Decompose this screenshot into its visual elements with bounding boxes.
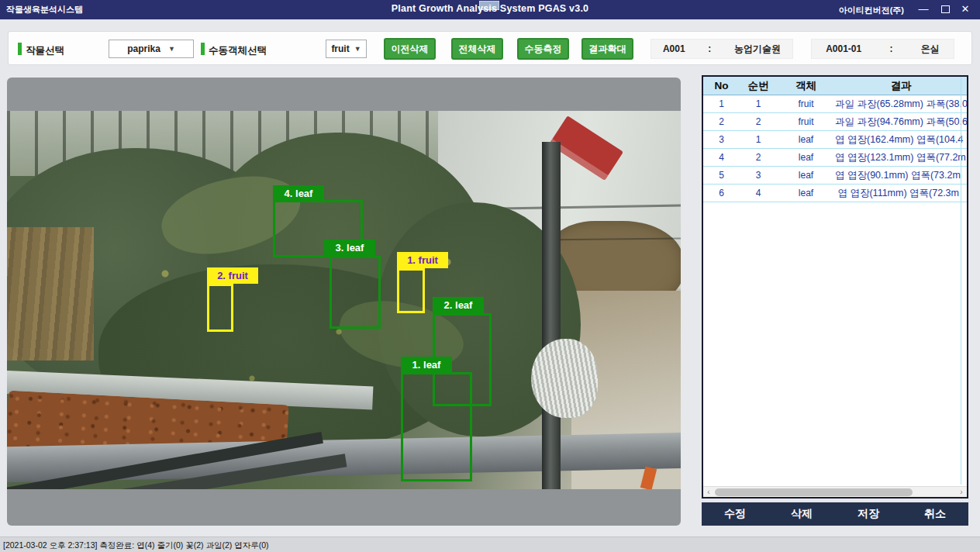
manual-object-dropdown[interactable]: fruit ▼ <box>326 40 367 58</box>
cell-no: 6 <box>703 185 740 202</box>
cell-result: 엽 엽장(162.4mm) 엽폭(104.4 <box>835 131 967 148</box>
crop-select-label: 작물선택 <box>26 44 64 57</box>
edit-button[interactable]: 수정 <box>702 502 768 526</box>
cell-seq: 1 <box>740 95 777 112</box>
leaf-annotation-label: 1. leaf <box>401 357 452 373</box>
annotation-layer: 4. leaf3. leaf1. fruit2. fruit2. leaf1. … <box>7 78 681 526</box>
maximize-glyph <box>941 5 950 13</box>
fruit-bounding-box[interactable] <box>397 268 425 313</box>
cell-object: leaf <box>777 185 835 202</box>
site-info-box: A001 : 농업기술원 <box>650 39 793 59</box>
leaf-bounding-box[interactable] <box>330 256 381 329</box>
fruit-annotation-label: 1. fruit <box>397 252 448 268</box>
column-divider <box>961 77 961 485</box>
scrollbar-thumb[interactable] <box>715 488 913 496</box>
delete-previous-button[interactable]: 이전삭제 <box>384 38 436 60</box>
table-row[interactable]: 42leaf엽 엽장(123.1mm) 엽폭(77.2m <box>703 149 967 167</box>
enlarge-result-button[interactable]: 결과확대 <box>581 38 633 60</box>
crop-select-dropdown[interactable]: paprika ▼ <box>109 40 194 58</box>
toolbar: 작물선택 paprika ▼ 수동객체선택 fruit ▼ 이전삭제전체삭제수동… <box>8 31 972 65</box>
action-bar: 수정삭제저장취소 <box>702 502 968 526</box>
table-row[interactable]: 11fruit과일 과장(65.28mm) 과폭(38.08 <box>703 95 967 113</box>
status-text: [2021-03-02 오후 2:37:13] 측정완료: 엽(4) 줄기(0)… <box>3 540 269 551</box>
accent-bar-icon <box>201 43 205 55</box>
cell-seq: 2 <box>740 113 777 130</box>
manual-object-value: fruit <box>331 43 349 54</box>
app-title: Plant Growth Analysis System PGAS v3.0 <box>0 3 980 14</box>
cell-result: 엽 엽장(111mm) 엽폭(72.3m <box>835 185 967 202</box>
table-body: 11fruit과일 과장(65.28mm) 과폭(38.0822fruit과일 … <box>703 95 967 202</box>
table-row[interactable]: 31leaf엽 엽장(162.4mm) 엽폭(104.4 <box>703 131 967 149</box>
cell-object: leaf <box>777 131 835 148</box>
cell-result: 엽 엽장(123.1mm) 엽폭(77.2m <box>835 149 967 166</box>
maximize-icon[interactable] <box>937 2 954 16</box>
table-header: No순번객체결과 <box>703 77 967 95</box>
cell-result: 과일 과장(94.76mm) 과폭(50.6 <box>835 113 967 130</box>
column-header: 객체 <box>777 77 835 95</box>
leaf-annotation-label: 3. leaf <box>324 240 375 256</box>
column-header: No <box>703 77 740 95</box>
column-header: 순번 <box>740 77 777 95</box>
cancel-button[interactable]: 취소 <box>902 502 968 526</box>
statusbar: [2021-03-02 오후 2:37:13] 측정완료: 엽(4) 줄기(0)… <box>0 536 980 552</box>
scroll-left-icon[interactable]: ‹ <box>703 487 714 497</box>
cell-object: leaf <box>777 167 835 184</box>
leaf-annotation-label: 2. leaf <box>433 297 484 313</box>
leaf-annotation-label: 4. leaf <box>273 185 324 202</box>
zone-info-box: A001-01 : 온실 <box>811 39 954 59</box>
zone-name: 온실 <box>921 43 940 56</box>
cell-no: 4 <box>703 149 740 166</box>
titlebar: 작물생육분석시스템 Plant Growth Analysis System P… <box>0 0 980 19</box>
cell-seq: 3 <box>740 167 777 184</box>
site-code: A001 <box>663 43 685 54</box>
chevron-down-icon: ▼ <box>354 45 361 53</box>
column-header: 결과 <box>835 77 967 95</box>
cell-object: fruit <box>777 113 835 130</box>
cell-no: 3 <box>703 131 740 148</box>
fruit-annotation-label: 2. fruit <box>207 267 258 284</box>
accent-bar-icon <box>18 43 22 55</box>
cell-object: fruit <box>777 95 835 112</box>
table-row[interactable]: 64leaf엽 엽장(111mm) 엽폭(72.3m <box>703 185 967 202</box>
leaf-bounding-box[interactable] <box>401 372 472 481</box>
site-colon: : <box>708 43 711 54</box>
company-name: 아이티컨버전(주) <box>839 5 904 16</box>
cell-no: 2 <box>703 113 740 130</box>
site-name: 농업기술원 <box>734 43 781 56</box>
cell-no: 1 <box>703 95 740 112</box>
cell-seq: 4 <box>740 185 777 202</box>
zone-code: A001-01 <box>826 43 861 54</box>
zone-colon: : <box>890 43 893 54</box>
cell-result: 과일 과장(65.28mm) 과폭(38.08 <box>835 95 967 112</box>
table-row[interactable]: 22fruit과일 과장(94.76mm) 과폭(50.6 <box>703 113 967 131</box>
cell-seq: 1 <box>740 131 777 148</box>
camera-image-panel[interactable]: 4. leaf3. leaf1. fruit2. fruit2. leaf1. … <box>7 78 681 526</box>
cell-result: 엽 엽장(90.1mm) 엽폭(73.2m <box>835 167 967 184</box>
fruit-bounding-box[interactable] <box>207 284 233 332</box>
chevron-down-icon: ▼ <box>168 45 175 53</box>
cell-no: 5 <box>703 167 740 184</box>
horizontal-scrollbar[interactable]: ‹ › <box>703 486 967 497</box>
manual-object-label: 수동객체선택 <box>209 44 267 57</box>
delete-all-button[interactable]: 전체삭제 <box>451 38 503 60</box>
table-row[interactable]: 53leaf엽 엽장(90.1mm) 엽폭(73.2m <box>703 167 967 185</box>
cell-object: leaf <box>777 149 835 166</box>
delete-button[interactable]: 삭제 <box>768 502 835 526</box>
cell-seq: 2 <box>740 149 777 166</box>
close-icon[interactable]: ✕ <box>957 2 974 16</box>
results-panel: No순번객체결과 11fruit과일 과장(65.28mm) 과폭(38.082… <box>702 75 968 499</box>
manual-measure-button[interactable]: 수동측정 <box>517 38 569 60</box>
crop-select-value: paprika <box>127 43 160 54</box>
minimize-icon[interactable]: — <box>915 2 932 16</box>
save-button[interactable]: 저장 <box>835 502 902 526</box>
scroll-right-icon[interactable]: › <box>956 487 967 497</box>
